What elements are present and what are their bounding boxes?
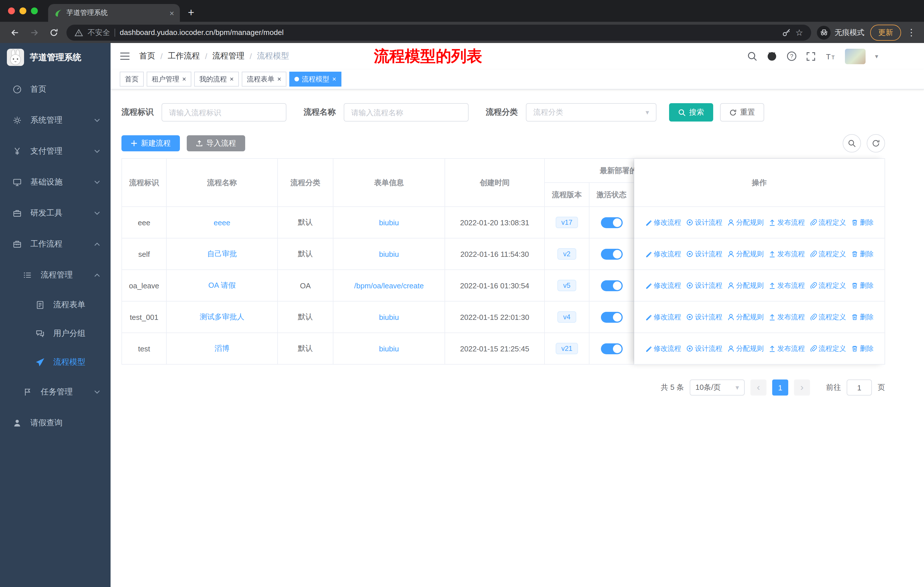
action-publish[interactable]: 发布流程	[769, 218, 805, 227]
sidebar-item-process-model[interactable]: 流程模型	[0, 348, 111, 377]
action-update[interactable]: 修改流程	[645, 218, 681, 227]
fullscreen-icon[interactable]	[806, 51, 816, 61]
github-icon[interactable]	[767, 51, 778, 61]
key-icon[interactable]	[782, 28, 791, 37]
process-name-input[interactable]	[344, 103, 469, 122]
action-publish[interactable]: 发布流程	[769, 249, 805, 259]
sidebar-item-user-group[interactable]: 用户分组	[0, 319, 111, 348]
refresh-button[interactable]	[867, 134, 885, 152]
sidebar-item-leave-query[interactable]: 请假查询	[0, 408, 111, 438]
action-update[interactable]: 修改流程	[645, 249, 681, 259]
breadcrumb-workflow[interactable]: 工作流程	[168, 51, 200, 61]
form-info-link[interactable]: /bpm/oa/leave/create	[354, 281, 424, 290]
sidebar-item-system[interactable]: 系统管理	[0, 105, 111, 136]
action-publish[interactable]: 发布流程	[769, 344, 805, 354]
breadcrumb-home[interactable]: 首页	[139, 51, 155, 61]
action-definition[interactable]: 流程定义	[810, 249, 846, 259]
action-delete[interactable]: 删除	[851, 281, 874, 290]
action-assign-rule[interactable]: 分配规则	[728, 218, 764, 227]
font-size-icon[interactable]: TT	[825, 51, 836, 61]
create-process-button[interactable]: 新建流程	[121, 135, 180, 151]
action-definition[interactable]: 流程定义	[810, 312, 846, 322]
url-bar[interactable]: 不安全 dashboard.yudao.iocoder.cn/bpm/manag…	[66, 24, 811, 40]
close-icon[interactable]: ×	[332, 76, 336, 83]
action-update[interactable]: 修改流程	[645, 281, 681, 290]
sidebar-item-workflow[interactable]: 工作流程	[0, 229, 111, 260]
goto-page-input[interactable]	[846, 379, 872, 395]
form-info-link[interactable]: biubiu	[379, 313, 399, 321]
search-icon[interactable]	[747, 51, 757, 61]
action-publish[interactable]: 发布流程	[769, 281, 805, 290]
action-delete[interactable]: 删除	[851, 218, 874, 227]
sidebar-item-task-mgmt[interactable]: 任务管理	[0, 377, 111, 408]
action-update[interactable]: 修改流程	[645, 344, 681, 354]
action-delete[interactable]: 删除	[851, 312, 874, 322]
action-design[interactable]: 设计流程	[686, 281, 723, 290]
breadcrumb-process-mgmt[interactable]: 流程管理	[213, 51, 244, 61]
action-definition[interactable]: 流程定义	[810, 281, 846, 290]
sidebar-item-devtools[interactable]: 研发工具	[0, 198, 111, 229]
help-icon[interactable]: ?	[787, 51, 797, 61]
close-icon[interactable]: ×	[230, 76, 234, 83]
sidebar-item-home[interactable]: 首页	[0, 74, 111, 105]
update-button[interactable]: 更新	[870, 24, 901, 40]
close-window-button[interactable]	[8, 7, 15, 14]
model-name-link[interactable]: 滔博	[214, 343, 229, 354]
browser-tab[interactable]: 芋道管理系统 ×	[48, 4, 180, 22]
category-select[interactable]: 流程分类 ▾	[526, 103, 657, 122]
active-toggle[interactable]	[601, 312, 622, 322]
model-name-link[interactable]: 自己审批	[207, 249, 237, 259]
action-update[interactable]: 修改流程	[645, 312, 681, 322]
minimize-window-button[interactable]	[20, 7, 26, 14]
model-name-link[interactable]: OA 请假	[208, 280, 236, 291]
tag-home[interactable]: 首页	[120, 72, 144, 86]
tab-close-icon[interactable]: ×	[170, 8, 174, 18]
next-page-button[interactable]: ›	[794, 379, 810, 395]
new-tab-button[interactable]: +	[188, 7, 194, 18]
action-delete[interactable]: 删除	[851, 344, 874, 354]
reload-button[interactable]	[47, 25, 61, 39]
action-delete[interactable]: 删除	[851, 249, 874, 259]
search-button[interactable]: 搜索	[669, 103, 713, 122]
prev-page-button[interactable]: ‹	[751, 379, 766, 395]
maximize-window-button[interactable]	[31, 7, 38, 14]
model-name-link[interactable]: eeee	[214, 218, 230, 227]
action-design[interactable]: 设计流程	[686, 344, 723, 354]
sidebar-item-payment[interactable]: 支付管理	[0, 136, 111, 167]
action-assign-rule[interactable]: 分配规则	[728, 344, 764, 354]
tag-process-model[interactable]: 流程模型 ×	[289, 72, 342, 86]
form-info-link[interactable]: biubiu	[379, 344, 399, 353]
tag-process-form[interactable]: 流程表单 ×	[242, 72, 286, 86]
action-assign-rule[interactable]: 分配规则	[728, 312, 764, 322]
close-icon[interactable]: ×	[182, 76, 186, 83]
action-definition[interactable]: 流程定义	[810, 344, 846, 354]
import-process-button[interactable]: 导入流程	[187, 135, 245, 151]
page-1-button[interactable]: 1	[772, 379, 788, 395]
reset-button[interactable]: 重置	[720, 103, 764, 122]
active-toggle[interactable]	[601, 343, 622, 354]
sidebar-item-process-mgmt[interactable]: 流程管理	[0, 260, 111, 291]
active-toggle[interactable]	[601, 217, 622, 228]
forward-button[interactable]	[28, 25, 41, 39]
hamburger-icon[interactable]	[120, 51, 130, 61]
active-toggle[interactable]	[601, 280, 622, 291]
form-info-link[interactable]: biubiu	[379, 250, 399, 258]
action-definition[interactable]: 流程定义	[810, 218, 846, 227]
security-label[interactable]: 不安全	[87, 27, 110, 38]
process-key-input[interactable]	[162, 103, 286, 122]
form-info-link[interactable]: biubiu	[379, 218, 399, 227]
chevron-down-icon[interactable]: ▾	[875, 53, 878, 60]
model-name-link[interactable]: 测试多审批人	[200, 312, 244, 322]
page-size-select[interactable]: 10条/页 ▾	[690, 379, 745, 395]
action-assign-rule[interactable]: 分配规则	[728, 249, 764, 259]
tag-my-process[interactable]: 我的流程 ×	[194, 72, 239, 86]
action-assign-rule[interactable]: 分配规则	[728, 281, 764, 290]
close-icon[interactable]: ×	[277, 76, 281, 83]
action-publish[interactable]: 发布流程	[769, 312, 805, 322]
bookmark-star-icon[interactable]: ☆	[795, 28, 803, 37]
browser-menu-icon[interactable]: ⋮	[907, 28, 916, 37]
tag-tenant-mgmt[interactable]: 租户管理 ×	[147, 72, 191, 86]
show-search-button[interactable]	[843, 134, 861, 152]
action-design[interactable]: 设计流程	[686, 249, 723, 259]
action-design[interactable]: 设计流程	[686, 312, 723, 322]
